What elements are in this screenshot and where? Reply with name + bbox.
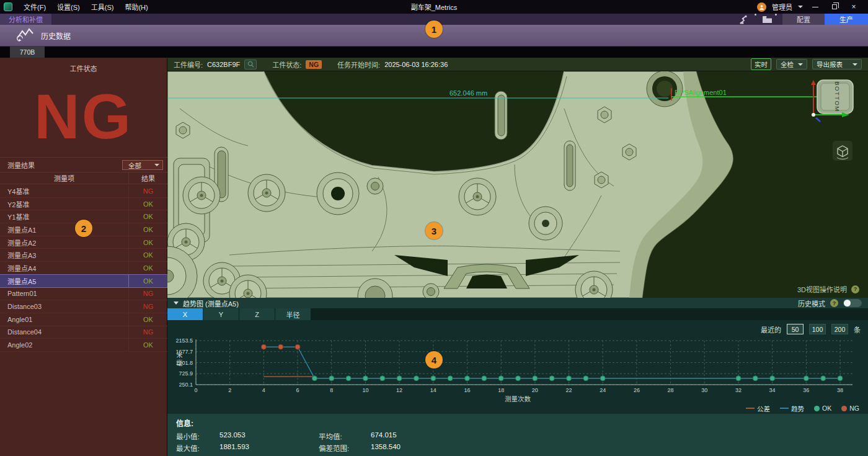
recent-100-button[interactable]: 100	[809, 324, 826, 334]
help-question-icon[interactable]: ?	[851, 285, 859, 293]
recent-label: 最近的	[761, 324, 781, 334]
y-axis-name: 米毫	[174, 352, 184, 368]
banner-label: 历史数据	[41, 30, 71, 41]
svg-text:14: 14	[430, 387, 436, 393]
chevron-down-icon	[852, 63, 857, 66]
collapse-icon[interactable]	[174, 302, 179, 305]
part-tab-770b[interactable]: 770B	[10, 47, 45, 58]
folder-icon[interactable]	[762, 14, 773, 25]
callout-badge-1: 1	[425, 20, 443, 38]
svg-text:6: 6	[296, 387, 299, 393]
range-label: 偏差范围:	[319, 443, 371, 453]
svg-text:38: 38	[837, 387, 843, 393]
inspection-mode-dropdown[interactable]: 全检	[776, 59, 807, 69]
trend-title: 趋势图 (测量点A5)	[183, 298, 239, 308]
export-value: 导出报表	[817, 60, 843, 69]
history-mode-toggle[interactable]	[843, 299, 862, 307]
app-logo-icon	[4, 2, 12, 11]
serial-label: 工件编号:	[174, 60, 203, 69]
svg-text:28: 28	[668, 387, 674, 393]
title-bar: 文件(F)设置(S)工具(S)帮助(H) 副车架_Metrics 管理员 ×	[0, 0, 868, 14]
start-time-label: 任务开始时间:	[337, 60, 380, 69]
trend-chart-svg: 250.1725.91201.81677.72153.5024681012141…	[167, 338, 865, 394]
table-row[interactable]: 测量点A2OK	[0, 236, 167, 249]
table-row[interactable]: 测量点A3OK	[0, 249, 167, 262]
user-avatar-icon[interactable]	[757, 2, 766, 12]
viewport-header: 工件编号: C632BF9F 工件状态: NG 任务开始时间: 2025-06-…	[167, 58, 868, 71]
recent-row: 最近的 50100200 条	[167, 320, 868, 338]
dimension-label: 652.046 mm	[450, 89, 487, 97]
table-row[interactable]: Angle02OK	[0, 339, 167, 352]
table-row[interactable]: Angle01OK	[0, 313, 167, 326]
user-name[interactable]: 管理员	[772, 2, 792, 12]
callout-badge-3: 3	[425, 222, 443, 239]
user-caret-icon[interactable]	[798, 6, 803, 8]
production-button[interactable]: 生产	[825, 14, 868, 25]
minimize-button[interactable]	[808, 2, 822, 12]
vp-status-badge: NG	[306, 60, 322, 69]
table-row[interactable]: 测量点A5OK	[0, 274, 167, 288]
table-row[interactable]: Y4基准NG	[0, 185, 167, 198]
view-cube-face-label: BOTTOM	[834, 81, 841, 112]
svg-text:725.9: 725.9	[179, 370, 193, 377]
result-filter-dropdown[interactable]: 全部	[122, 160, 163, 170]
history-data-icon	[16, 27, 35, 45]
config-button[interactable]: 配置	[782, 14, 825, 25]
range-value: 1358.540	[371, 443, 401, 453]
table-row[interactable]: 测量点A4OK	[0, 262, 167, 275]
part-status-value: NG	[0, 77, 167, 156]
history-mode-label: 历史模式	[798, 298, 825, 308]
filter-label: 测量结果	[7, 160, 35, 170]
status-title: 工件状态	[0, 58, 167, 73]
recent-50-button[interactable]: 50	[787, 324, 804, 334]
callout-badge-4: 4	[425, 351, 443, 369]
search-button[interactable]	[244, 60, 257, 69]
info-row: 最大值: 1881.593 偏差范围: 1358.540	[176, 443, 859, 453]
legend-item-NG[interactable]: NG	[841, 405, 859, 412]
table-header: 测量项 结果	[0, 172, 167, 184]
3d-help-link[interactable]: 3D视图操作说明	[797, 284, 847, 294]
cad-model: 652.046 mm RPSAlignment01 Y BOTTOM	[167, 71, 868, 298]
menu-bar-items: 文件(F)设置(S)工具(S)帮助(H)	[18, 1, 154, 13]
close-button[interactable]: ×	[847, 2, 861, 12]
menu-item[interactable]: 设置(S)	[51, 1, 86, 13]
robot-status-dot	[755, 14, 756, 16]
info-row: 最小值: 523.053 平均值: 674.015	[176, 431, 859, 441]
svg-text:12: 12	[396, 387, 402, 393]
table-row[interactable]: Distance03NG	[0, 300, 167, 313]
table-row[interactable]: Distance04NG	[0, 326, 167, 339]
trend-tab-Y[interactable]: Y	[203, 308, 239, 320]
trend-section: 趋势图 (测量点A5) 历史模式 ? XYZ半径 最近的 50100200 条 …	[167, 298, 868, 456]
legend-item-公差[interactable]: 公差	[746, 404, 770, 413]
export-report-dropdown[interactable]: 导出报表	[812, 59, 862, 69]
legend-item-趋势[interactable]: 趋势	[780, 404, 804, 413]
result-panel: 工件状态 NG 测量结果 全部 测量项 结果 Y4基准NGY2基准OKY1基准O…	[0, 58, 167, 456]
legend-swatch	[814, 406, 820, 411]
history-question-icon[interactable]: ?	[830, 299, 838, 307]
cad-viewport[interactable]: 652.046 mm RPSAlignment01 Y BOTTOM 3D视图操…	[167, 71, 868, 298]
menu-item[interactable]: 工具(S)	[86, 1, 120, 13]
column-result: 结果	[129, 173, 167, 183]
info-panel: 信息: 最小值: 523.053 平均值: 674.015 最大值: 1881.…	[167, 414, 868, 456]
view-cube-button[interactable]	[833, 141, 852, 161]
legend-swatch	[780, 408, 789, 409]
filter-value: 全部	[128, 161, 141, 170]
menu-item[interactable]: 帮助(H)	[119, 1, 153, 13]
tab-analysis-compensation[interactable]: 分析和补偿	[0, 14, 51, 25]
maximize-button[interactable]	[828, 2, 841, 12]
realtime-button[interactable]: 实时	[751, 58, 771, 70]
legend-item-OK[interactable]: OK	[814, 405, 831, 412]
info-title: 信息:	[176, 418, 859, 428]
column-measure-item: 测量项	[0, 172, 129, 184]
robot-arm-icon[interactable]	[740, 14, 752, 25]
svg-text:24: 24	[600, 387, 606, 393]
recent-200-button[interactable]: 200	[831, 324, 848, 334]
menu-item[interactable]: 文件(F)	[18, 1, 51, 13]
avg-label: 平均值:	[319, 431, 371, 441]
table-row[interactable]: Y2基准OK	[0, 198, 167, 211]
trend-tab-X[interactable]: X	[167, 308, 203, 320]
table-row[interactable]: Pattern01NG	[0, 288, 167, 301]
trend-tab-半径[interactable]: 半径	[275, 308, 311, 320]
trend-tab-Z[interactable]: Z	[239, 308, 275, 320]
view-cube[interactable]: BOTTOM	[811, 80, 853, 122]
